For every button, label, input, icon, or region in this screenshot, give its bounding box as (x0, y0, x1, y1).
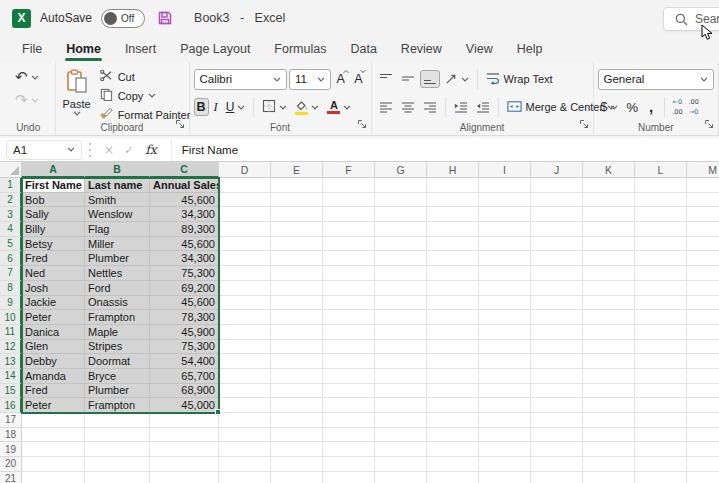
cell-H13[interactable] (427, 354, 479, 369)
cell-D5[interactable] (219, 237, 271, 252)
cell-K18[interactable] (583, 428, 635, 443)
cell-B2[interactable]: Smith (85, 193, 150, 208)
cell-K6[interactable] (583, 251, 635, 266)
cell-L2[interactable] (635, 193, 687, 208)
center-button[interactable] (398, 98, 418, 116)
fill-handle[interactable] (215, 409, 221, 415)
cell-M12[interactable] (687, 340, 719, 355)
cell-B17[interactable] (85, 413, 150, 428)
cell-B6[interactable]: Plumber (85, 251, 150, 266)
cell-C21[interactable] (150, 472, 219, 483)
row-header-1[interactable]: 1 (0, 178, 22, 193)
cancel-icon[interactable]: × (99, 143, 119, 157)
column-header-b[interactable]: B (85, 162, 150, 178)
cell-F21[interactable] (323, 472, 375, 483)
row-header-11[interactable]: 11 (0, 325, 22, 340)
italic-button[interactable]: I (211, 98, 221, 117)
cell-G19[interactable] (375, 442, 427, 457)
cell-E14[interactable] (271, 369, 323, 384)
decrease-indent-button[interactable] (451, 98, 471, 116)
cell-B14[interactable]: Bryce (85, 369, 150, 384)
autosave-toggle[interactable]: Off (101, 9, 145, 28)
cell-J15[interactable] (531, 384, 583, 399)
cell-E11[interactable] (271, 325, 323, 340)
cell-H18[interactable] (427, 428, 479, 443)
cell-G6[interactable] (375, 251, 427, 266)
cell-K9[interactable] (583, 296, 635, 311)
cell-E9[interactable] (271, 296, 323, 311)
cell-J8[interactable] (531, 281, 583, 296)
cell-G4[interactable] (375, 222, 427, 237)
cell-M10[interactable] (687, 310, 719, 325)
chevron-down-icon[interactable] (279, 105, 287, 110)
cell-J10[interactable] (531, 310, 583, 325)
row-header-14[interactable]: 14 (0, 369, 22, 384)
cell-D17[interactable] (219, 413, 271, 428)
cell-H7[interactable] (427, 266, 479, 281)
column-header-g[interactable]: G (375, 162, 427, 178)
row-header-18[interactable]: 18 (0, 428, 22, 443)
cell-B15[interactable]: Plumber (85, 384, 150, 399)
cell-D9[interactable] (219, 296, 271, 311)
cell-F8[interactable] (323, 281, 375, 296)
cell-H8[interactable] (427, 281, 479, 296)
cell-L1[interactable] (635, 178, 687, 193)
cell-L11[interactable] (635, 325, 687, 340)
cell-G3[interactable] (375, 207, 427, 222)
cell-F18[interactable] (323, 428, 375, 443)
cell-I9[interactable] (479, 296, 531, 311)
cell-M6[interactable] (687, 251, 719, 266)
cell-B10[interactable]: Frampton (85, 310, 150, 325)
cell-B20[interactable] (85, 457, 150, 472)
tab-data[interactable]: Data (338, 36, 388, 62)
cell-C8[interactable]: 69,200 (150, 281, 219, 296)
cell-B19[interactable] (85, 442, 150, 457)
cell-B5[interactable]: Miller (85, 237, 150, 252)
name-box[interactable]: A1 (6, 140, 82, 160)
tab-home[interactable]: Home (54, 36, 113, 62)
tab-formulas[interactable]: Formulas (262, 36, 338, 62)
cell-F19[interactable] (323, 442, 375, 457)
chevron-down-icon[interactable] (67, 147, 75, 152)
cell-H4[interactable] (427, 222, 479, 237)
cell-I20[interactable] (479, 457, 531, 472)
tab-page-layout[interactable]: Page Layout (168, 36, 262, 62)
cell-A20[interactable] (22, 457, 85, 472)
cell-F10[interactable] (323, 310, 375, 325)
cell-A7[interactable]: Ned (22, 266, 85, 281)
font-color-button[interactable]: A (324, 98, 354, 116)
cell-C17[interactable] (150, 413, 219, 428)
cell-H1[interactable] (427, 178, 479, 193)
cell-A10[interactable]: Peter (22, 310, 85, 325)
cell-L9[interactable] (635, 296, 687, 311)
cell-F15[interactable] (323, 384, 375, 399)
cell-H10[interactable] (427, 310, 479, 325)
cell-G20[interactable] (375, 457, 427, 472)
cell-A9[interactable]: Jackie (22, 296, 85, 311)
row-header-6[interactable]: 6 (0, 251, 22, 266)
cell-E2[interactable] (271, 193, 323, 208)
cell-H12[interactable] (427, 340, 479, 355)
cell-A11[interactable]: Danica (22, 325, 85, 340)
cell-M3[interactable] (687, 207, 719, 222)
cell-F6[interactable] (323, 251, 375, 266)
cell-J18[interactable] (531, 428, 583, 443)
row-header-15[interactable]: 15 (0, 384, 22, 399)
chevron-down-icon[interactable] (73, 111, 81, 116)
row-header-10[interactable]: 10 (0, 310, 22, 325)
cell-L6[interactable] (635, 251, 687, 266)
comma-style-button[interactable]: , (643, 100, 659, 114)
cell-H9[interactable] (427, 296, 479, 311)
cell-I5[interactable] (479, 237, 531, 252)
cell-I18[interactable] (479, 428, 531, 443)
align-left-button[interactable] (376, 98, 396, 116)
insert-function-icon[interactable]: fx (139, 142, 163, 157)
chevron-down-icon[interactable] (311, 105, 319, 110)
cell-D12[interactable] (219, 340, 271, 355)
cell-L21[interactable] (635, 472, 687, 483)
cell-M5[interactable] (687, 237, 719, 252)
cell-K3[interactable] (583, 207, 635, 222)
cell-I11[interactable] (479, 325, 531, 340)
row-header-19[interactable]: 19 (0, 442, 22, 457)
cell-J20[interactable] (531, 457, 583, 472)
